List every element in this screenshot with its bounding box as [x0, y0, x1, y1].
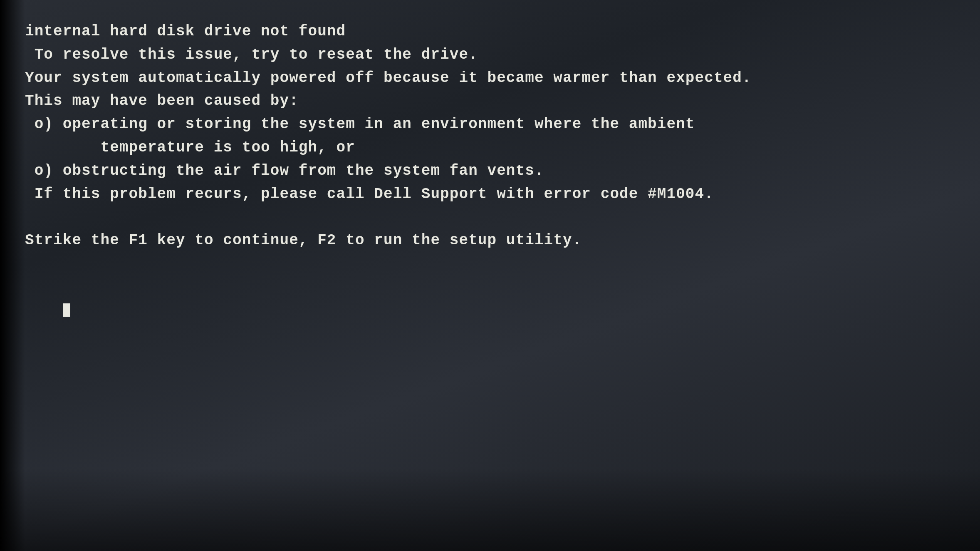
cursor-line: [25, 276, 955, 345]
error-line-5: o) operating or storing the system in an…: [25, 113, 955, 136]
error-line-6: temperature is too high, or: [25, 136, 955, 159]
error-line-7: o) obstructing the air flow from the sys…: [25, 159, 955, 183]
action-line-2: Strike the F1 key to continue, F2 to run…: [25, 229, 955, 252]
error-line-4: This may have been caused by:: [25, 89, 955, 113]
blank-line-2: [25, 252, 955, 276]
error-line-3: Your system automatically powered off be…: [25, 67, 955, 90]
blank-line-1: [25, 206, 955, 229]
text-cursor: [63, 303, 70, 317]
error-line-2: To resolve this issue, try to reseat the…: [25, 43, 955, 67]
error-line-8: If this problem recurs, please call Dell…: [25, 183, 955, 206]
bios-error-screen: internal hard disk drive not found To re…: [0, 0, 980, 551]
error-line-1: internal hard disk drive not found: [25, 20, 955, 43]
